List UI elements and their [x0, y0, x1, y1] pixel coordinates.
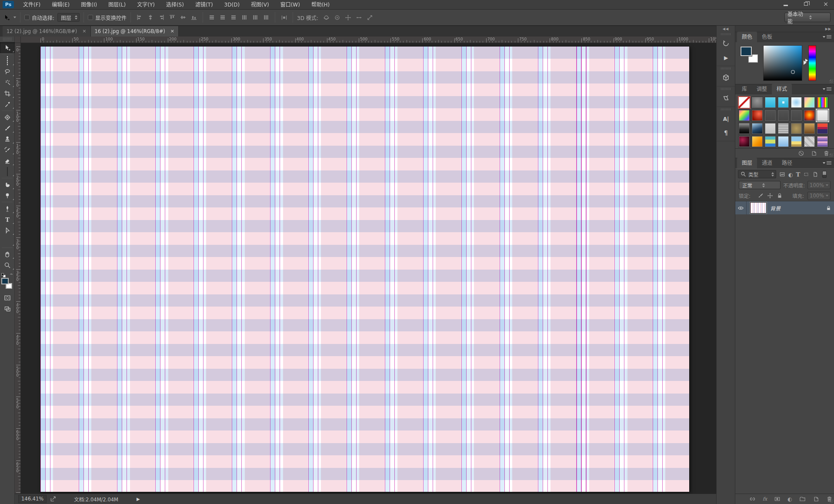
character-panel-button[interactable]: A|: [717, 111, 735, 125]
3d-mode-button-1[interactable]: [322, 13, 331, 22]
foreground-background-widget[interactable]: [739, 45, 761, 71]
style-flat-dark-1[interactable]: [764, 110, 776, 121]
distribute-button-1[interactable]: [207, 13, 217, 22]
menu-item[interactable]: 帮助(H): [306, 0, 335, 10]
layer-visibility-icon[interactable]: [735, 201, 747, 214]
workspace-switcher-button[interactable]: 基本功能: [784, 13, 831, 22]
move-tool[interactable]: [0, 42, 15, 53]
paragraph-panel-button[interactable]: ¶: [717, 125, 735, 139]
style-flat-dark-2[interactable]: [777, 110, 789, 121]
style-light-gray[interactable]: [764, 123, 776, 134]
tab-样式[interactable]: 样式: [772, 84, 792, 94]
layer-filter-dropdown[interactable]: 类型: [738, 170, 776, 178]
menu-item[interactable]: 3D(D): [219, 0, 245, 10]
tab-路径[interactable]: 路径: [777, 158, 797, 168]
style-cyan[interactable]: [764, 97, 776, 108]
style-pale-glow[interactable]: [791, 97, 802, 108]
pixel-filter-icon[interactable]: [779, 171, 785, 177]
healing-brush-tool[interactable]: [0, 112, 15, 123]
smudge-tool[interactable]: [0, 179, 15, 190]
add-mask-icon[interactable]: [774, 496, 781, 502]
style-black-gloss[interactable]: [738, 123, 750, 134]
path-selection-tool[interactable]: [0, 225, 15, 236]
style-flat-dark-3[interactable]: [791, 110, 802, 121]
notes-panel-button[interactable]: [717, 91, 735, 105]
style-horizon[interactable]: [791, 136, 802, 147]
style-pastel-stripes[interactable]: [804, 97, 815, 108]
style-orange-nebula[interactable]: [804, 110, 815, 121]
style-white-frame[interactable]: [817, 110, 828, 121]
zoom-level-field[interactable]: 146.41%: [18, 495, 47, 503]
status-menu-arrow[interactable]: ▶: [137, 497, 140, 501]
lock-position-icon[interactable]: [767, 193, 773, 199]
adjustment-filter-icon[interactable]: ◐: [788, 170, 793, 178]
3d-mode-button-2[interactable]: [333, 13, 342, 22]
shape-filter-icon[interactable]: [803, 171, 809, 177]
saturation-brightness-box[interactable]: [763, 45, 802, 81]
panel-menu-icon[interactable]: [823, 161, 831, 164]
pen-tool[interactable]: [0, 203, 15, 214]
tab-close-icon[interactable]: ×: [82, 26, 86, 37]
align-aB-button[interactable]: [189, 13, 199, 22]
style-flag-stripes[interactable]: [817, 123, 828, 134]
hue-slider-marker[interactable]: [805, 59, 808, 62]
foreground-color-swatch[interactable]: [1, 278, 9, 284]
lasso-tool[interactable]: [0, 66, 15, 77]
style-berry-stripes[interactable]: [817, 136, 828, 147]
3d-mode-button-5[interactable]: [365, 13, 375, 22]
shape-tool[interactable]: [0, 236, 15, 247]
gradient-tool[interactable]: [0, 166, 15, 177]
style-navy-gloss[interactable]: [751, 123, 763, 134]
filter-toggle-switch[interactable]: [822, 171, 827, 178]
color-swatch-widget[interactable]: [0, 272, 15, 292]
history-panel-button[interactable]: [717, 36, 735, 50]
menu-item[interactable]: 图层(L): [103, 0, 131, 10]
style-red-glow[interactable]: [751, 110, 763, 121]
eyedropper-tool[interactable]: [0, 99, 15, 110]
tab-close-icon[interactable]: ×: [170, 26, 174, 37]
menu-item[interactable]: 文字(Y): [131, 0, 160, 10]
lock-pixels-icon[interactable]: [757, 193, 764, 199]
tab-库[interactable]: 库: [737, 84, 752, 94]
link-layers-icon[interactable]: [749, 496, 756, 502]
align-aT-button[interactable]: [167, 13, 177, 22]
opacity-field[interactable]: 100%: [807, 181, 831, 189]
align-aR-button[interactable]: [157, 13, 166, 22]
smart-filter-icon[interactable]: [812, 171, 818, 177]
ruler-corner[interactable]: [15, 37, 21, 43]
type-tool[interactable]: T: [0, 214, 15, 225]
distribute-button-5[interactable]: [250, 13, 260, 22]
zoom-tool[interactable]: [0, 260, 15, 270]
3d-mode-button-3[interactable]: [344, 13, 353, 22]
distribute-button-3[interactable]: [229, 13, 238, 22]
history-brush-tool[interactable]: [0, 144, 15, 155]
style-noise[interactable]: [804, 136, 815, 147]
quick-mask-button[interactable]: [0, 292, 15, 303]
menu-item[interactable]: 图像(I): [75, 0, 103, 10]
style-rainbow-blend[interactable]: [738, 110, 750, 121]
brush-tool[interactable]: [0, 123, 15, 134]
swap-colors-icon[interactable]: [9, 271, 14, 280]
new-style-button[interactable]: [811, 150, 817, 157]
tab-通道[interactable]: 通道: [757, 158, 777, 168]
tab-色板[interactable]: 色板: [757, 32, 777, 42]
dodge-tool[interactable]: [0, 190, 15, 201]
close-button[interactable]: ×: [820, 1, 831, 7]
document-tab[interactable]: 12 (2).jpg @ 146%(RGB/8#)×: [3, 26, 91, 37]
tab-图层[interactable]: 图层: [737, 158, 757, 168]
show-transform-checkbox[interactable]: [88, 15, 93, 20]
canvas-viewport[interactable]: [21, 43, 716, 494]
auto-select-checkbox[interactable]: [24, 15, 30, 20]
panel-menu-icon[interactable]: [823, 35, 831, 38]
collapse-dock-icon[interactable]: ◀◀: [717, 26, 735, 32]
menu-item[interactable]: 视图(V): [245, 0, 275, 10]
delete-style-button[interactable]: [823, 150, 830, 157]
distribute-spacing-button[interactable]: [279, 13, 289, 22]
tab-颜色[interactable]: 颜色: [737, 32, 757, 42]
hand-tool[interactable]: [0, 249, 15, 260]
menu-item[interactable]: 滤镜(T): [190, 0, 219, 10]
style-cyan-dot[interactable]: [777, 97, 789, 108]
foreground-color-swatch[interactable]: [741, 47, 752, 56]
align-aCv-button[interactable]: [146, 13, 155, 22]
style-amber-gloss[interactable]: [751, 136, 763, 147]
